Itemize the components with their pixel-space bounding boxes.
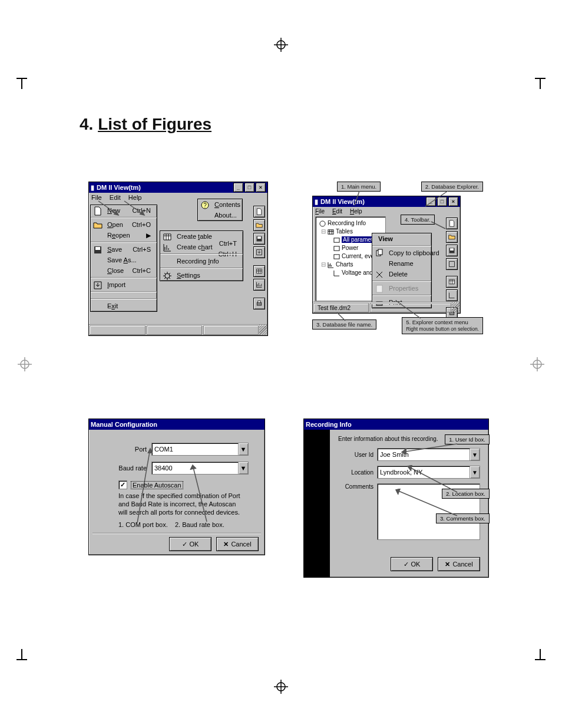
window-title: DM II View(tm) (97, 184, 141, 191)
menu-item-import[interactable]: Import (91, 279, 157, 290)
menu-item-save[interactable]: SaveCtrl+S (91, 244, 157, 255)
registration-mark (274, 38, 288, 52)
menu-item-settings[interactable]: Settings (160, 270, 243, 281)
svg-rect-16 (334, 246, 339, 251)
toolbar-save[interactable] (253, 233, 265, 245)
table-icon (328, 229, 334, 235)
app-icon: ▮ (91, 184, 94, 192)
toolbar-table[interactable] (253, 265, 265, 277)
ok-button[interactable]: ✓OK (169, 537, 211, 551)
svg-text:?: ? (203, 202, 207, 209)
page-title: 4. List of Figures (80, 115, 211, 134)
figure-1: ▮ DM II View(tm) _ □ × File Edit Help (88, 182, 268, 336)
chevron-down-icon[interactable]: ▼ (470, 466, 480, 478)
menu-item-exit[interactable]: Exit (91, 301, 157, 311)
context-menu: View Copy to clipboard Rename Delete Pro… (372, 233, 432, 308)
figure-3: Manual Configuration Port ▼ Baud rate ▼ (88, 419, 265, 555)
menu-item-recording-info[interactable]: Recording Info (160, 256, 243, 266)
cancel-button[interactable]: ✕Cancel (438, 557, 480, 571)
minimize-button[interactable]: _ (233, 183, 243, 192)
menu-item-create-table[interactable]: Create tableCtrl+T (160, 231, 243, 242)
toolbar-open[interactable] (446, 231, 458, 243)
menu-item-printsetup[interactable] (91, 294, 157, 297)
window-titlebar[interactable]: ▮ DM II View(tm) _ □ × (89, 182, 267, 193)
cancel-button[interactable]: ✕Cancel (216, 537, 259, 551)
menu-file[interactable]: File (315, 208, 325, 215)
toolbar-open[interactable] (253, 219, 265, 231)
close-icon: ✕ (223, 541, 229, 548)
dialog-titlebar[interactable]: Recording Info (304, 419, 488, 430)
svg-point-13 (320, 221, 325, 226)
toolbar-table[interactable] (446, 276, 458, 288)
registration-mark (530, 357, 544, 371)
svg-rect-6 (257, 303, 262, 306)
crop-mark (16, 649, 27, 670)
file-menu: NewCtrl+N OpenCtrl+O Reopen▶ SaveCtrl+S … (90, 205, 157, 312)
svg-rect-5 (257, 236, 261, 239)
menu-item-close[interactable]: CloseCtrl+C (91, 265, 157, 276)
menu-edit[interactable]: Edit (332, 208, 342, 215)
toolbar-import[interactable] (446, 258, 458, 270)
ctx-properties: Properties (372, 283, 436, 294)
crop-mark (16, 68, 27, 89)
menu-item-contents[interactable]: ?Contents (198, 199, 262, 210)
registration-mark (274, 680, 288, 694)
dialog-title: Manual Configuration (91, 421, 157, 428)
autoscan-checkbox[interactable]: ✓ (118, 480, 127, 489)
toolbar-save[interactable] (446, 245, 458, 256)
menu-item-create-chart[interactable]: Create chartCtrl+H (160, 242, 243, 252)
port-combo[interactable]: ▼ (151, 443, 249, 456)
menu-item-about[interactable]: About... (198, 210, 262, 220)
svg-rect-17 (334, 255, 339, 259)
svg-rect-22 (378, 249, 382, 255)
svg-rect-9 (95, 247, 100, 250)
ok-button[interactable]: ✓OK (391, 557, 433, 571)
menu-item-saveas[interactable]: Save As... (91, 255, 157, 265)
svg-rect-7 (258, 301, 261, 303)
chevron-down-icon[interactable]: ▼ (470, 449, 480, 460)
delete-icon (375, 270, 384, 278)
table-icon (333, 253, 340, 260)
save-icon (93, 245, 103, 253)
chart-icon (163, 243, 172, 251)
toolbar-print[interactable] (253, 298, 265, 309)
edit-menu: Create tableCtrl+T Create chartCtrl+H Re… (160, 230, 243, 281)
svg-rect-23 (376, 285, 382, 292)
comments-label: Comments (338, 483, 377, 490)
toolbar-chart[interactable] (446, 289, 458, 301)
open-icon (93, 220, 103, 229)
toolbar-new[interactable] (446, 218, 458, 229)
ctx-header: View (372, 233, 431, 244)
location-label: Location (338, 469, 377, 476)
svg-rect-14 (328, 230, 333, 234)
dialog-titlebar[interactable]: Manual Configuration (89, 419, 265, 430)
help-icon: ? (200, 200, 210, 209)
table-icon (163, 232, 172, 241)
chart-icon (328, 262, 334, 268)
svg-point-12 (165, 274, 170, 278)
registration-mark (18, 357, 32, 371)
side-banner (304, 430, 330, 577)
userid-label: User Id (338, 452, 377, 458)
ctx-copy[interactable]: Copy to clipboard (372, 248, 436, 258)
chart-icon (333, 270, 340, 276)
menu-item-reopen[interactable]: Reopen▶ (91, 230, 157, 241)
menu-bar[interactable]: File Edit Help (313, 207, 460, 216)
svg-rect-15 (334, 238, 339, 242)
maximize-button[interactable]: □ (244, 183, 254, 192)
chevron-down-icon[interactable]: ▼ (238, 462, 248, 474)
toolbar-chart[interactable] (253, 279, 265, 291)
settings-icon (163, 271, 172, 279)
toolbar-import[interactable] (253, 246, 265, 258)
close-button[interactable]: × (256, 183, 266, 192)
ctx-delete[interactable]: Delete (372, 269, 436, 279)
figure-2: 1. Main menu. 2. Database Explorer. ▮ DM… (312, 182, 483, 335)
ctx-rename[interactable]: Rename (372, 258, 436, 269)
properties-icon (375, 284, 384, 292)
table-icon (333, 245, 340, 252)
chevron-down-icon[interactable]: ▼ (238, 443, 248, 455)
info-icon (319, 220, 326, 227)
dialog-title: Recording Info (306, 421, 352, 428)
menu-help[interactable]: Help (350, 208, 362, 215)
menu-item-open[interactable]: OpenCtrl+O (91, 219, 157, 230)
